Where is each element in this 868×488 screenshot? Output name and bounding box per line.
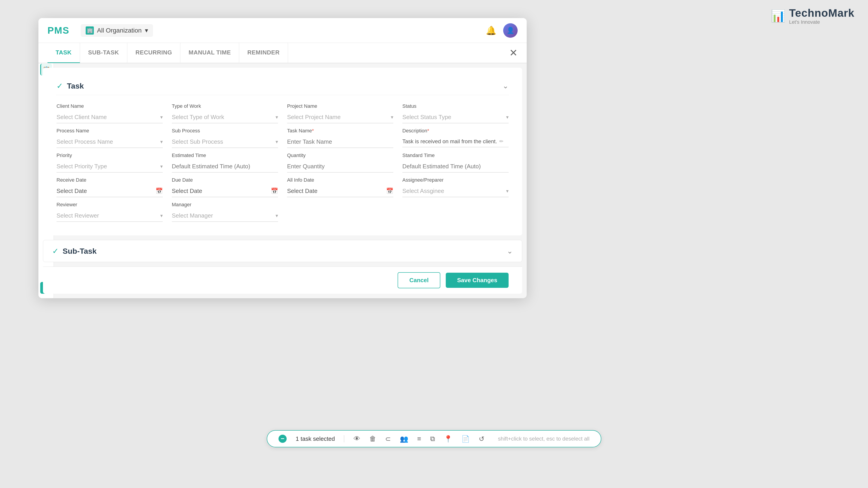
sub-process-select[interactable]: Select Sub Process ▾: [172, 136, 278, 148]
task-title-wrap: ✓ Task: [57, 81, 84, 90]
assignee-select[interactable]: Select Assginee ▾: [402, 185, 508, 197]
pin-icon[interactable]: 📍: [444, 435, 452, 443]
standard-time-input[interactable]: [402, 161, 508, 173]
client-name-select[interactable]: Select Client Name ▾: [57, 111, 163, 123]
sub-process-group: Sub Process Select Sub Process ▾: [172, 128, 278, 148]
receive-date-label: Receive Date: [57, 177, 163, 183]
org-selector[interactable]: 🏢 All Organization ▾: [81, 24, 153, 37]
all-info-date-input[interactable]: Select Date 📅: [287, 185, 393, 197]
description-group: Description* Task is received on mail fr…: [402, 128, 508, 148]
tab-subtask[interactable]: SUB-TASK: [80, 43, 127, 63]
client-name-placeholder: Select Client Name: [57, 113, 107, 121]
subtask-icon[interactable]: ⊂: [385, 435, 391, 443]
manager-label: Manager: [172, 202, 278, 207]
description-input-wrap: Task is received on mail from the client…: [402, 136, 508, 147]
edit-icon[interactable]: ✏: [499, 138, 503, 144]
filter-icon[interactable]: ≡: [417, 435, 421, 443]
subtask-collapse-icon[interactable]: ⌄: [507, 247, 513, 255]
user-avatar[interactable]: 👤: [503, 23, 518, 38]
project-name-placeholder: Select Project Name: [287, 113, 341, 121]
due-date-text: Select Date: [172, 188, 202, 195]
cancel-button[interactable]: Cancel: [398, 272, 440, 288]
deselect-button[interactable]: −: [278, 435, 287, 443]
delete-icon[interactable]: 🗑: [369, 435, 376, 443]
process-name-label: Process Name: [57, 128, 163, 134]
calendar-icon[interactable]: 📅: [271, 188, 278, 195]
type-of-work-select[interactable]: Select Type of Work ▾: [172, 111, 278, 123]
chevron-down-icon: ▾: [506, 188, 508, 194]
quantity-label: Quantity: [287, 153, 393, 158]
topbar-right: 🔔 👤: [486, 23, 518, 38]
project-name-select[interactable]: Select Project Name ▾: [287, 111, 393, 123]
form-row-3: Priority Select Priority Type ▾ Estimate…: [57, 153, 508, 173]
modal-tabs: TASK SUB-TASK RECURRING MANUAL TIME REMI…: [38, 43, 527, 63]
project-name-group: Project Name Select Project Name ▾: [287, 103, 393, 123]
all-info-date-group: All Info Date Select Date 📅: [287, 177, 393, 197]
estimated-time-label: Estimated Time: [172, 153, 278, 158]
priority-group: Priority Select Priority Type ▾: [57, 153, 163, 173]
assignee-label: Assignee/Preparer: [402, 177, 508, 183]
estimated-time-input[interactable]: [172, 161, 278, 173]
refresh-icon[interactable]: ↺: [479, 435, 485, 443]
brand-logo: 📊 TechnoMark Let's Innovate: [771, 7, 855, 25]
tab-reminder[interactable]: REMINDER: [239, 43, 288, 63]
manager-placeholder: Select Manager: [172, 212, 213, 219]
tab-task[interactable]: TASK: [48, 43, 80, 63]
document-icon[interactable]: 📄: [461, 435, 470, 443]
task-name-input[interactable]: [287, 136, 393, 148]
chevron-down-icon: ▾: [276, 114, 278, 120]
estimated-time-group: Estimated Time: [172, 153, 278, 173]
status-select[interactable]: Select Status Type ▾: [402, 111, 508, 123]
status-group: Status Select Status Type ▾: [402, 103, 508, 123]
save-changes-button[interactable]: Save Changes: [446, 273, 508, 288]
reviewer-select[interactable]: Select Reviewer ▾: [57, 210, 163, 222]
chevron-down-icon: ▾: [506, 114, 508, 120]
description-value: Task is received on mail from the client…: [402, 138, 497, 144]
view-icon[interactable]: 👁: [353, 435, 360, 443]
selection-hint: shift+click to select, esc to deselect a…: [498, 435, 590, 442]
task-section-title: Task: [67, 82, 84, 90]
logo-icon: 📊: [771, 9, 785, 23]
subtask-section: ✓ Sub-Task ⌄: [43, 240, 522, 262]
process-name-group: Process Name Select Process Name ▾: [57, 128, 163, 148]
quantity-input[interactable]: [287, 161, 393, 173]
manager-select[interactable]: Select Manager ▾: [172, 210, 278, 222]
subtask-section-icon: ✓: [52, 247, 59, 256]
brand-sub: Let's Innovate: [789, 19, 855, 25]
org-name: All Organization: [97, 27, 142, 34]
assign-icon[interactable]: 👥: [400, 435, 408, 443]
due-date-label: Due Date: [172, 177, 278, 183]
form-row-5: Reviewer Select Reviewer ▾ Manager Selec…: [57, 202, 508, 222]
calendar-icon[interactable]: 📅: [156, 188, 163, 195]
tab-manual-time[interactable]: MANUAL TIME: [180, 43, 239, 63]
calendar-icon[interactable]: 📅: [386, 188, 393, 195]
due-date-input[interactable]: Select Date 📅: [172, 185, 278, 197]
priority-select[interactable]: Select Priority Type ▾: [57, 161, 163, 173]
pms-logo: PMS: [48, 25, 69, 36]
manager-group: Manager Select Manager ▾: [172, 202, 278, 222]
receive-date-input[interactable]: Select Date 📅: [57, 185, 163, 197]
task-section-body: ✓ Task ⌄ Client Name Select Client Name …: [43, 68, 522, 235]
task-name-group: Task Name*: [287, 128, 393, 148]
notification-icon[interactable]: 🔔: [486, 26, 496, 35]
modal-layout: ⊞ 📋 📄 ⚙ 📁 + TASK SUB-TASK RECURRING: [38, 43, 527, 298]
task-collapse-icon[interactable]: ⌄: [502, 82, 508, 90]
standard-time-label: Standard Time: [402, 153, 508, 158]
client-name-label: Client Name: [57, 103, 163, 109]
tab-recurring[interactable]: RECURRING: [127, 43, 180, 63]
selected-count: 1 task selected: [296, 435, 335, 442]
client-name-group: Client Name Select Client Name ▾: [57, 103, 163, 123]
modal-container: PMS 🏢 All Organization ▾ 🔔 👤 ⊞ 📋 📄 ⚙ 📁 +: [38, 18, 527, 298]
copy-icon[interactable]: ⧉: [430, 435, 435, 443]
all-info-date-label: All Info Date: [287, 177, 393, 183]
chevron-down-icon: ▾: [160, 164, 163, 169]
chevron-down-icon: ▾: [160, 213, 163, 219]
assignee-placeholder: Select Assginee: [402, 188, 444, 195]
assignee-group: Assignee/Preparer Select Assginee ▾: [402, 177, 508, 197]
subtask-header: ✓ Sub-Task ⌄: [43, 240, 522, 262]
process-name-placeholder: Select Process Name: [57, 138, 113, 145]
quantity-group: Quantity: [287, 153, 393, 173]
close-icon[interactable]: ✕: [509, 48, 518, 58]
process-name-select[interactable]: Select Process Name ▾: [57, 136, 163, 148]
chevron-down-icon: ▾: [160, 139, 163, 145]
